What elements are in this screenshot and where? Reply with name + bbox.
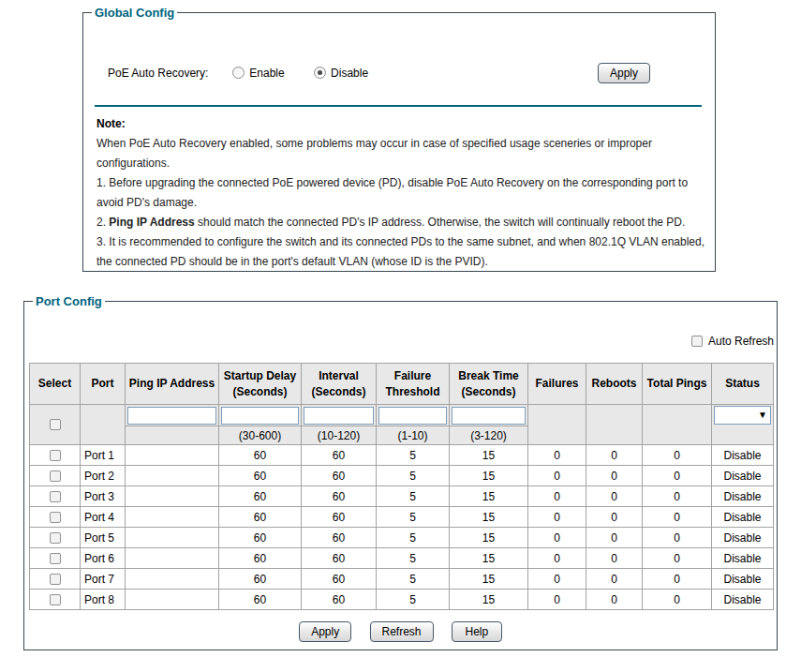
port-apply-button[interactable]: Apply (299, 621, 351, 642)
break-time-value: 15 (450, 486, 528, 507)
failure-threshold-value: 5 (377, 590, 450, 610)
note-line-1: When PoE Auto Recovery enabled, some pro… (96, 134, 707, 173)
status-value: Disable (712, 507, 774, 528)
row-select-checkbox[interactable] (50, 450, 61, 461)
interval-value: 60 (302, 590, 377, 610)
total-pings-value: 0 (643, 507, 712, 528)
poe-auto-recovery-label: PoE Auto Recovery: (108, 67, 230, 80)
interval-value: 60 (302, 548, 377, 569)
row-select-checkbox[interactable] (50, 594, 61, 605)
radio-option-enable[interactable]: Enable (232, 67, 284, 80)
break-time-value: 15 (450, 466, 528, 486)
total-pings-value: 0 (643, 590, 712, 610)
failures-value: 0 (528, 466, 586, 486)
filter-row: ▼ (30, 405, 774, 426)
interval-input-cell (302, 405, 377, 426)
ping-ip-value (126, 445, 219, 466)
table-row-port-4: Port 4 60 60 5 15 0 0 0 Disable (30, 507, 774, 528)
total-pings-value: 0 (643, 466, 712, 486)
row-select-checkbox[interactable] (50, 470, 61, 482)
interval-value: 60 (302, 445, 377, 466)
header-break-time: Break Time(Seconds) (450, 364, 528, 405)
row-select-cell (30, 486, 81, 507)
port-filter-cell (81, 405, 126, 445)
total-pings-value: 0 (643, 445, 712, 466)
reboots-value: 0 (586, 528, 643, 548)
header-total-pings: Total Pings (643, 364, 712, 405)
failures-value: 0 (528, 590, 586, 610)
failure-threshold-value: 5 (377, 445, 450, 466)
row-select-checkbox[interactable] (50, 574, 61, 585)
break-time-input[interactable] (452, 407, 526, 425)
failure-threshold-value: 5 (377, 507, 450, 528)
row-select-checkbox[interactable] (50, 553, 61, 564)
ping-ip-hint (126, 426, 219, 445)
radio-selected-dot-icon (318, 70, 322, 75)
failures-value: 0 (528, 507, 586, 528)
ping-ip-value (126, 569, 219, 590)
break-time-input-cell (450, 405, 528, 426)
ping-ip-input-cell (126, 405, 219, 426)
status-filter-select[interactable]: ▼ (714, 406, 771, 425)
table-row-port-6: Port 6 60 60 5 15 0 0 0 Disable (30, 548, 774, 569)
ping-ip-value (126, 548, 219, 569)
enable-radio-button[interactable] (232, 67, 245, 79)
header-port: Port (81, 364, 126, 405)
separator-line (95, 105, 702, 107)
port-config-table: Select Port Ping IP Address Startup Dela… (29, 363, 774, 610)
global-config-section: Global Config PoE Auto Recovery: Enable … (82, 6, 716, 272)
status-filter-cell: ▼ (712, 405, 774, 445)
row-select-checkbox[interactable] (50, 532, 61, 544)
reboots-value: 0 (586, 507, 643, 528)
row-select-checkbox[interactable] (50, 512, 61, 523)
row-select-cell (30, 507, 81, 528)
break-time-value: 15 (450, 445, 528, 466)
row-select-cell (30, 590, 81, 610)
port-config-legend: Port Config (33, 294, 105, 308)
port-refresh-button[interactable]: Refresh (370, 621, 434, 642)
row-select-checkbox[interactable] (50, 491, 61, 502)
startup-delay-value: 60 (219, 548, 302, 569)
total-pings-value: 0 (643, 548, 712, 569)
ping-ip-value (126, 590, 219, 610)
port-name: Port 2 (81, 466, 126, 486)
note-line-2: 1. Before upgrading the connected PoE po… (96, 173, 707, 213)
port-config-section: Port Config Auto Refresh Select Port Pin… (23, 294, 778, 650)
reboots-value: 0 (586, 548, 643, 569)
failures-value: 0 (528, 486, 586, 507)
header-startup-delay: Startup Delay(Seconds) (219, 364, 302, 405)
auto-refresh-checkbox[interactable] (691, 336, 703, 347)
interval-value: 60 (302, 569, 377, 590)
port-help-button[interactable]: Help (452, 621, 502, 642)
table-header-row: Select Port Ping IP Address Startup Dela… (30, 364, 774, 405)
auto-refresh-control[interactable]: Auto Refresh (691, 335, 774, 348)
interval-hint: (10-120) (302, 426, 377, 445)
reboots-value: 0 (586, 590, 643, 610)
failure-threshold-value: 5 (377, 569, 450, 590)
startup-delay-value: 60 (219, 507, 302, 528)
radio-option-disable[interactable]: Disable (314, 67, 368, 80)
ping-ip-input[interactable] (127, 407, 216, 425)
break-time-value: 15 (450, 528, 528, 548)
disable-radio-button[interactable] (314, 67, 326, 79)
interval-input[interactable] (304, 407, 374, 425)
failure-threshold-input-cell (377, 405, 450, 426)
select-all-cell (30, 405, 81, 445)
select-all-checkbox[interactable] (50, 419, 61, 430)
ping-ip-value (126, 507, 219, 528)
failures-value: 0 (528, 548, 586, 569)
note-title: Note: (96, 114, 707, 134)
bottom-button-bar: Apply Refresh Help (24, 621, 777, 642)
startup-delay-value: 60 (219, 466, 302, 486)
global-apply-button[interactable]: Apply (598, 63, 650, 83)
total-pings-filter-cell (643, 405, 712, 445)
break-time-value: 15 (450, 569, 528, 590)
total-pings-value: 0 (643, 528, 712, 548)
startup-delay-input[interactable] (221, 407, 299, 425)
note-line-3-rest: should match the connected PD's IP addre… (195, 216, 686, 229)
disable-radio-label: Disable (331, 67, 368, 80)
failures-value: 0 (528, 569, 586, 590)
failure-threshold-input[interactable] (378, 407, 447, 425)
total-pings-value: 0 (643, 486, 712, 507)
interval-value: 60 (302, 466, 377, 486)
